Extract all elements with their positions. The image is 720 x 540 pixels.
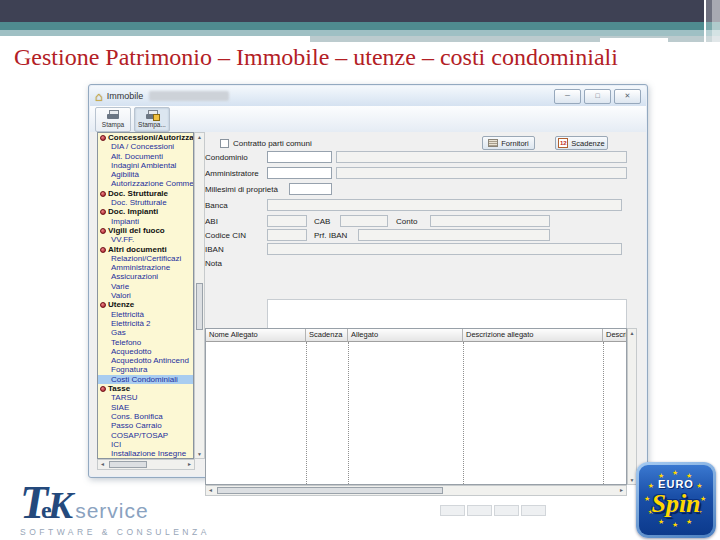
- slide: Gestione Patrimonio – Immobile – utenze …: [0, 0, 720, 540]
- corner-stripe: [712, 0, 720, 47]
- attachments-table: Nome AllegatoScadenzaAllegatoDescrizione…: [205, 328, 627, 485]
- tree-item[interactable]: Vigili del fuoco: [98, 226, 193, 235]
- tree-item-label: Doc. Strutturale: [111, 198, 167, 207]
- tree-horizontal-scrollbar[interactable]: ◄ ►: [97, 459, 195, 470]
- tree-item[interactable]: Elettricità 2: [98, 319, 193, 328]
- toolbar-button-stampa[interactable]: Stampa: [95, 107, 131, 132]
- attachments-table-body[interactable]: [206, 329, 626, 484]
- tree-item[interactable]: Costi Condominiali: [98, 375, 193, 384]
- category-bullet-icon: [100, 191, 106, 197]
- tree-item[interactable]: COSAP/TOSAP: [98, 431, 193, 440]
- tree-item[interactable]: Acquedotto Antincend: [98, 356, 193, 365]
- tree-item[interactable]: Fognatura: [98, 365, 193, 374]
- toolbar-button-label: Stampa: [102, 121, 124, 128]
- scroll-right-icon[interactable]: ►: [617, 486, 626, 495]
- table-horizontal-scrollbar[interactable]: ◄ ►: [205, 485, 627, 496]
- tree-item[interactable]: Doc. Impianti: [98, 207, 193, 216]
- scroll-down-icon[interactable]: ▼: [628, 476, 636, 484]
- tree-item-label: VV.FF.: [111, 235, 134, 244]
- record-nav-button[interactable]: [467, 505, 492, 516]
- tree-item[interactable]: Autorizzazione Commercial: [98, 179, 193, 188]
- tree-vertical-scrollbar[interactable]: ▲ ▼: [194, 132, 205, 459]
- banca-field: [267, 199, 622, 211]
- toolbar-button-stampa-2[interactable]: Stampa...: [134, 107, 170, 132]
- nota-label: Nota: [205, 259, 222, 268]
- tree-item[interactable]: Telefono: [98, 338, 193, 347]
- tree-item-label: Costi Condominiali: [111, 375, 178, 384]
- tek-service-logo: TeKservice SOFTWARE & CONSULENZA: [20, 476, 230, 537]
- tree-item[interactable]: DIA / Concessioni: [98, 142, 193, 151]
- scrollbar-thumb[interactable]: [109, 461, 147, 468]
- table-vertical-scrollbar[interactable]: ▲ ▼: [627, 328, 637, 485]
- tree-item-label: Concessioni/Autorizzazio: [108, 133, 193, 142]
- tree-item[interactable]: Utenze: [98, 300, 193, 309]
- tree-item[interactable]: VV.FF.: [98, 235, 193, 244]
- tree-item[interactable]: Cons. Bonifica: [98, 412, 193, 421]
- tree-item[interactable]: TARSU: [98, 393, 193, 402]
- tree-item[interactable]: Acquedotto: [98, 347, 193, 356]
- tree-item-label: Doc. Strutturale: [108, 189, 168, 198]
- tree-item[interactable]: Agibilità: [98, 170, 193, 179]
- conto-field: [430, 215, 550, 227]
- millesimi-input[interactable]: [289, 183, 332, 195]
- tree-item[interactable]: SIAE: [98, 403, 193, 412]
- tree-item[interactable]: Amministrazione: [98, 263, 193, 272]
- app-window: ⌂ Immobile ─□✕ StampaStampa... Concessio…: [88, 84, 648, 478]
- scrollbar-thumb[interactable]: [196, 283, 203, 330]
- iban-label: IBAN: [205, 245, 224, 254]
- tree-item[interactable]: Doc. Strutturale: [98, 189, 193, 198]
- record-nav-button[interactable]: [521, 505, 546, 516]
- tree-item-label: Altri documenti: [108, 245, 167, 254]
- tree-item[interactable]: Indagini Ambiental: [98, 161, 193, 170]
- scroll-right-icon[interactable]: ►: [185, 460, 194, 469]
- tree-item-label: Telefono: [111, 338, 141, 347]
- tree-item[interactable]: Relazioni/Certificazi: [98, 254, 193, 263]
- tree-item[interactable]: Impianti: [98, 217, 193, 226]
- scroll-up-icon[interactable]: ▲: [628, 329, 636, 337]
- category-bullet-icon: [100, 302, 106, 308]
- window-titlebar[interactable]: ⌂ Immobile ─□✕: [90, 86, 646, 107]
- prf-iban-field: [358, 229, 550, 241]
- condominio-input[interactable]: [267, 151, 332, 163]
- tree-item[interactable]: Concessioni/Autorizzazio: [98, 133, 193, 142]
- scroll-left-icon[interactable]: ◄: [98, 460, 107, 469]
- scroll-up-icon[interactable]: ▲: [195, 133, 204, 141]
- tree-item[interactable]: Alt. Documenti: [98, 152, 193, 161]
- fornitori-button[interactable]: Fornitori: [482, 136, 535, 150]
- tree-item[interactable]: Varie: [98, 282, 193, 291]
- tree-item[interactable]: ICI: [98, 440, 193, 449]
- condominio-label: Condominio: [205, 153, 248, 162]
- tree-item-label: Valori: [111, 291, 131, 300]
- tree-item[interactable]: Doc. Strutturale: [98, 198, 193, 207]
- tree-item[interactable]: Tasse: [98, 384, 193, 393]
- close-button[interactable]: ✕: [614, 89, 641, 104]
- column-separator: [306, 342, 307, 484]
- tree-item-label: Utenze: [108, 300, 134, 309]
- scrollbar-thumb[interactable]: [217, 487, 443, 494]
- suppliers-icon: [488, 139, 498, 147]
- amministratore-label: Amministratore: [205, 169, 259, 178]
- nota-textarea[interactable]: [267, 299, 627, 329]
- tek-service-text: service: [75, 499, 149, 522]
- contract-checkbox[interactable]: [220, 139, 229, 148]
- scadenze-button-label: Scadenze: [571, 139, 604, 148]
- scroll-down-icon[interactable]: ▼: [195, 450, 204, 458]
- tree-item[interactable]: Installazione Insegne: [98, 449, 193, 458]
- tree-item[interactable]: Gas: [98, 328, 193, 337]
- tree-item[interactable]: Valori: [98, 291, 193, 300]
- tree-item[interactable]: Passo Carraio: [98, 421, 193, 430]
- abi-label: ABI: [205, 217, 218, 226]
- minimize-button[interactable]: ─: [554, 89, 581, 104]
- tree-item[interactable]: Elettricità: [98, 310, 193, 319]
- scadenze-button[interactable]: 12 Scadenze: [555, 136, 608, 150]
- column-separator: [603, 342, 604, 484]
- tree-item[interactable]: Assicurazioni: [98, 272, 193, 281]
- eurospin-logo-inner: ★★★★★★★★★★★★ EURO Spin: [639, 465, 713, 535]
- window-content: Concessioni/AutorizzazioDIA / Concession…: [90, 132, 646, 476]
- record-nav-button[interactable]: [440, 505, 465, 516]
- tree-item-label: Elettricità 2: [111, 319, 151, 328]
- amministratore-input[interactable]: [267, 167, 332, 179]
- tree-item[interactable]: Altri documenti: [98, 245, 193, 254]
- record-nav-button[interactable]: [494, 505, 519, 516]
- maximize-button[interactable]: □: [584, 89, 611, 104]
